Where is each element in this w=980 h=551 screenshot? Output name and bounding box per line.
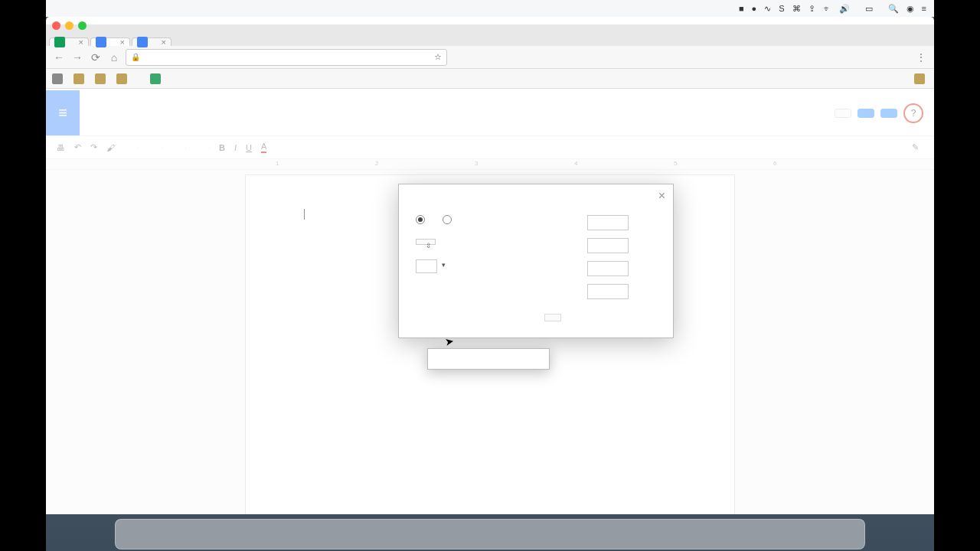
dialog-close-icon[interactable]: × (658, 189, 665, 203)
paper-size-select[interactable] (416, 239, 436, 245)
margin-bottom-input[interactable] (587, 238, 629, 253)
custom-color-link[interactable] (433, 357, 544, 364)
margin-left-input[interactable] (587, 261, 629, 276)
page-color-button[interactable] (416, 259, 437, 273)
orientation-landscape-radio[interactable] (443, 215, 456, 224)
set-as-default-button[interactable] (544, 314, 561, 321)
margin-top-input[interactable] (587, 215, 629, 230)
orientation-portrait-radio[interactable] (416, 215, 429, 224)
margin-right-input[interactable] (587, 284, 629, 299)
radio-icon (416, 215, 425, 224)
page-setup-dialog: × (398, 184, 674, 338)
radio-icon (443, 215, 452, 224)
color-picker (427, 348, 550, 370)
